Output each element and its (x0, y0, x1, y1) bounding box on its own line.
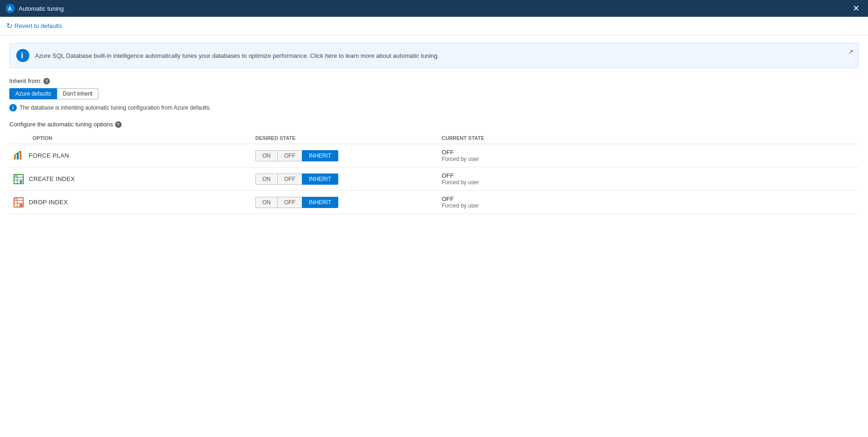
current-state-value: OFF (442, 172, 855, 179)
main-content: i Azure SQL Database built-in intelligen… (0, 35, 868, 437)
option-cell: DROP INDEX (13, 197, 248, 208)
inherit-info: i The database is inheriting automatic t… (9, 104, 859, 111)
external-link-icon[interactable]: ↗ (848, 48, 854, 55)
option-name: CREATE INDEX (29, 175, 75, 182)
inherit-help-icon[interactable]: ? (43, 78, 50, 84)
title-bar-title: Automatic tuning (19, 5, 64, 12)
state-buttons: ON OFF INHERIT (255, 173, 434, 185)
title-bar-left: A Automatic tuning (6, 4, 64, 13)
state-on-button[interactable]: ON (255, 173, 278, 185)
option-cell: FORCE PLAN (13, 150, 248, 161)
info-banner-text: Azure SQL Database built-in intelligence… (35, 52, 852, 59)
current-state: OFF Forced by user (442, 195, 855, 209)
state-off-button[interactable]: OFF (277, 150, 302, 161)
app-icon: A (6, 4, 15, 13)
table-row: DROP INDEX ON OFF INHERIT OFF Forced by … (9, 191, 859, 214)
state-buttons: ON OFF INHERIT (255, 150, 434, 161)
state-buttons: ON OFF INHERIT (255, 197, 434, 208)
option-icon (13, 197, 24, 208)
current-state: OFF Forced by user (442, 149, 855, 162)
revert-defaults-button[interactable]: ↺ Revert to defaults (7, 21, 62, 30)
svg-text:A: A (8, 6, 12, 12)
state-on-button[interactable]: ON (255, 150, 278, 161)
option-name: FORCE PLAN (29, 152, 69, 159)
configure-help-icon[interactable]: ? (115, 121, 122, 128)
current-state-note: Forced by user (442, 179, 855, 186)
option-cell: CREATE INDEX (13, 173, 248, 185)
current-state-note: Forced by user (442, 156, 855, 162)
state-inherit-button[interactable]: INHERIT (302, 173, 338, 185)
svg-rect-18 (14, 198, 17, 200)
azure-defaults-button[interactable]: Azure defaults (9, 88, 57, 99)
col-header-desired: DESIRED STATE (252, 132, 438, 144)
table-row: CREATE INDEX ON OFF INHERIT OFF Forced b… (9, 167, 859, 191)
toolbar: ↺ Revert to defaults (0, 17, 868, 35)
inherit-info-icon: i (9, 104, 17, 111)
current-state-note: Forced by user (442, 202, 855, 209)
col-header-current: CURRENT STATE (438, 132, 859, 144)
options-table: OPTION DESIRED STATE CURRENT STATE FORCE… (9, 132, 859, 214)
svg-rect-11 (14, 175, 17, 177)
configure-label: Configure the automatic tuning options ? (9, 121, 859, 128)
inherit-buttons-group: Azure defaults Don't inherit (9, 88, 859, 99)
state-inherit-button[interactable]: INHERIT (302, 150, 338, 161)
table-row: FORCE PLAN ON OFF INHERIT OFF Forced by … (9, 144, 859, 167)
state-inherit-button[interactable]: INHERIT (302, 197, 338, 208)
title-bar: A Automatic tuning ✕ (0, 0, 868, 17)
option-name: DROP INDEX (29, 199, 68, 206)
dont-inherit-button[interactable]: Don't inherit (57, 88, 99, 99)
svg-rect-5 (17, 153, 19, 160)
inherit-info-text: The database is inheriting automatic tun… (20, 104, 211, 111)
state-on-button[interactable]: ON (255, 197, 278, 208)
revert-icon: ↺ (7, 21, 13, 30)
svg-rect-4 (14, 155, 16, 160)
current-state: OFF Forced by user (442, 172, 855, 186)
close-button[interactable]: ✕ (850, 2, 862, 14)
option-icon (13, 173, 24, 185)
table-header: OPTION DESIRED STATE CURRENT STATE (9, 132, 859, 144)
state-off-button[interactable]: OFF (277, 173, 302, 185)
info-banner: i Azure SQL Database built-in intelligen… (9, 43, 859, 68)
state-off-button[interactable]: OFF (277, 197, 302, 208)
option-icon (13, 150, 24, 161)
options-tbody: FORCE PLAN ON OFF INHERIT OFF Forced by … (9, 144, 859, 214)
svg-rect-6 (20, 151, 21, 160)
col-header-option: OPTION (9, 132, 252, 144)
info-banner-icon: i (16, 49, 29, 62)
current-state-value: OFF (442, 149, 855, 156)
revert-label: Revert to defaults (14, 22, 62, 29)
inherit-from-label: Inherit from: ? (9, 77, 859, 84)
current-state-value: OFF (442, 195, 855, 202)
svg-text:i: i (21, 51, 23, 60)
